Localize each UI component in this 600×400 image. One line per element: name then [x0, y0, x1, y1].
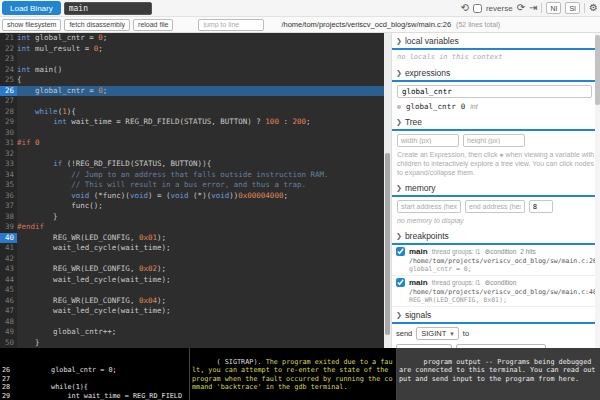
gutter-line-number[interactable]: 30 [0, 128, 17, 139]
breakpoint-location[interactable]: /home/tom/projects/veriscv_ocd_blog/sw/m… [409, 257, 596, 265]
gutter-line-number[interactable]: 39 [0, 222, 17, 233]
gutter-line-number[interactable]: 41 [0, 243, 17, 254]
load-binary-button[interactable]: Load Binary [2, 1, 61, 15]
program-output-terminal[interactable]: program output -- Programs being debugge… [397, 348, 600, 400]
gutter-line-number[interactable]: 29 [0, 117, 17, 128]
code-line: { [17, 75, 391, 86]
code-line: void (*func)(void) = (void (*)(void))0x0… [17, 191, 391, 202]
to-label: to [463, 329, 469, 338]
fetch-disassembly-button[interactable]: fetch disassembly [64, 19, 130, 31]
gutter-line-number[interactable]: 46 [0, 296, 17, 307]
expression-input[interactable] [397, 85, 592, 98]
gutter-line-number[interactable]: 27 [0, 96, 17, 107]
gutter-line-number[interactable]: 48 [0, 317, 17, 328]
gutter-line-number[interactable]: 42 [0, 254, 17, 265]
breakpoint-enabled-checkbox[interactable] [396, 247, 405, 256]
code-line: func(); [17, 201, 391, 212]
code-line: wait_led_cycle(wait_time); [17, 243, 391, 254]
gutter-line-number[interactable]: 23 [0, 54, 17, 65]
gutter-line-number[interactable]: 44 [0, 275, 17, 286]
local-variables-header[interactable]: ❯ local variables [392, 33, 600, 50]
gutter-line-number[interactable]: 50 [0, 338, 17, 349]
console-signal-text: ( SIGTRAP). [217, 358, 266, 366]
expression-value: 0 [461, 102, 466, 111]
gutter-line-number[interactable]: 24 [0, 65, 17, 76]
editor-scrollbar[interactable] [384, 33, 391, 348]
gutter-line-number[interactable]: 45 [0, 285, 17, 296]
breakpoint-item[interactable]: main thread groups: i1 ⚙condition /home/… [392, 276, 600, 307]
scrollbar-thumb[interactable] [385, 153, 390, 336]
top-toolbar: Load Binary ⟲ reverse ⟳ ⇥ NI SI ⚙ [0, 0, 600, 17]
memory-start-address-input[interactable] [397, 200, 461, 213]
step-over-icon[interactable]: ⇥ [529, 3, 537, 13]
signal-select-dropdown[interactable]: SIGINT ▾ [416, 327, 459, 340]
gutter-line-number[interactable]: 35 [0, 180, 17, 191]
expression-name: global_cntr [406, 102, 456, 111]
code-line: wait_led_cycle(wait_time); [17, 275, 391, 286]
continue-icon[interactable]: ⟳ [517, 3, 525, 13]
gutter-line-number[interactable]: 26 [0, 86, 17, 97]
gutter-line-number[interactable]: 47 [0, 306, 17, 317]
gutter-line-number[interactable]: 33 [0, 159, 17, 170]
breakpoint-enabled-checkbox[interactable] [396, 278, 405, 287]
gdb-terminal[interactable]: 26 global_cntr = 0;2728 while(1){29 int … [0, 348, 190, 400]
gear-icon[interactable]: ⚙ [589, 3, 598, 13]
gutter-line-number[interactable]: 25 [0, 75, 17, 86]
terminal-row: 29 int wait_time = REG_RD_FIELD(STATUS, … [2, 392, 187, 400]
code-line: int main() [17, 65, 391, 76]
step-instruction-button[interactable]: SI [565, 2, 580, 14]
section-title: breakpoints [405, 231, 449, 241]
scrollbar-thumb[interactable] [595, 35, 600, 105]
gutter-line-number[interactable]: 28 [0, 107, 17, 118]
section-title: expressions [405, 68, 450, 78]
memory-header[interactable]: ❯ memory [392, 180, 600, 197]
code-line: // This will result in a bus error, and … [17, 180, 391, 191]
code-line [17, 128, 391, 139]
gutter-line-number[interactable]: 43 [0, 264, 17, 275]
terminal-row: 26 global_cntr = 0; [2, 366, 187, 375]
chevron-icon: ❯ [396, 311, 402, 319]
gutter-line-number[interactable]: 36 [0, 191, 17, 202]
tree-width-input[interactable] [397, 134, 459, 147]
section-title: local variables [405, 36, 459, 46]
memory-bytes-per-line-input[interactable] [529, 200, 553, 213]
next-instruction-button[interactable]: NI [546, 2, 561, 14]
code-line [17, 285, 391, 296]
breakpoint-location[interactable]: /home/tom/projects/veriscv_ocd_blog/sw/m… [409, 288, 596, 296]
breakpoint-condition-button[interactable]: ⚙condition [484, 248, 516, 256]
gdb-console-terminal[interactable]: ( SIGTRAP). The program exited due to a … [190, 348, 397, 400]
breakpoint-condition-button[interactable]: ⚙condition [484, 279, 516, 287]
gutter-line-number[interactable]: 22 [0, 44, 17, 55]
divider [541, 3, 542, 13]
breakpoint-item[interactable]: main thread groups: i1 ⚙condition 2 hits… [392, 245, 600, 276]
gutter-line-number[interactable]: 21 [0, 33, 17, 44]
gutter-line-number[interactable]: 31 [0, 138, 17, 149]
right-sidebar: ❯ local variables no locals in this cont… [391, 33, 600, 348]
tree-header[interactable]: ❯ Tree [392, 114, 600, 131]
expression-row[interactable]: global_cntr 0 int [397, 102, 595, 111]
memory-end-address-input[interactable] [465, 200, 525, 213]
code-line: int global_cntr = 0; [17, 33, 391, 44]
reload-file-button[interactable]: reload file [133, 19, 173, 31]
expressions-header[interactable]: ❯ expressions [392, 65, 600, 82]
tree-height-input[interactable] [463, 134, 525, 147]
show-filesystem-button[interactable]: show filesystem [2, 19, 61, 31]
terminal-row: 28 while(1){ [2, 383, 187, 392]
run-restart-icon[interactable]: ⟲ [461, 3, 469, 13]
file-line-count: (52 lines total) [456, 21, 500, 28]
expand-dot-icon[interactable] [397, 105, 401, 109]
gutter-line-number[interactable]: 40 [0, 233, 17, 244]
gutter-line-number[interactable]: 37 [0, 201, 17, 212]
signals-header[interactable]: ❯ signals [392, 307, 600, 324]
gutter-line-number[interactable]: 38 [0, 212, 17, 223]
sidebar-scrollbar[interactable] [595, 33, 600, 348]
gutter-line-number[interactable]: 34 [0, 170, 17, 181]
binary-path-input[interactable] [64, 2, 152, 15]
terminal-row: 27 [2, 375, 187, 384]
jump-to-line-input[interactable] [198, 19, 264, 31]
chevron-icon: ❯ [396, 69, 402, 77]
gutter-line-number[interactable]: 49 [0, 327, 17, 338]
reverse-checkbox[interactable] [473, 4, 482, 13]
gutter-line-number[interactable]: 32 [0, 149, 17, 160]
breakpoints-header[interactable]: ❯ breakpoints [392, 228, 600, 245]
